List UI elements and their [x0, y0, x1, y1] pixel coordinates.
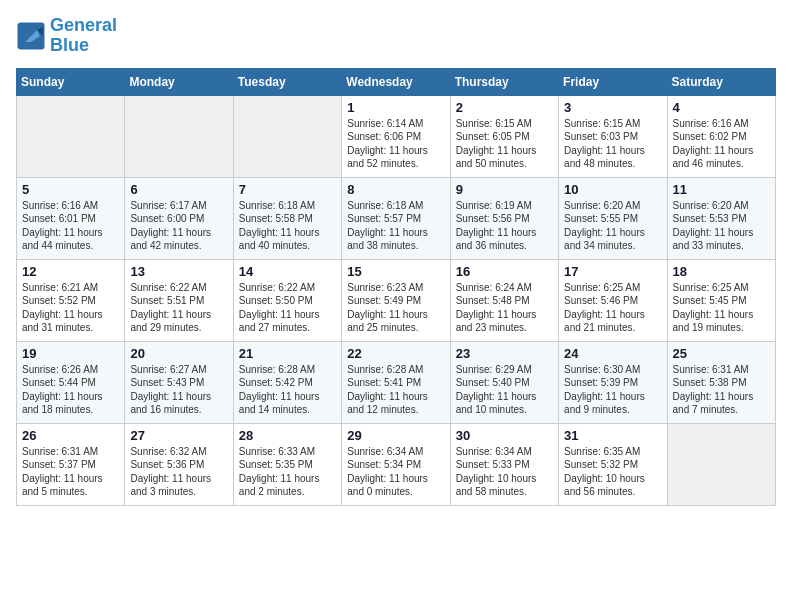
day-number: 3: [564, 100, 661, 115]
calendar-cell: 12Sunrise: 6:21 AM Sunset: 5:52 PM Dayli…: [17, 259, 125, 341]
calendar-cell: 19Sunrise: 6:26 AM Sunset: 5:44 PM Dayli…: [17, 341, 125, 423]
day-number: 12: [22, 264, 119, 279]
calendar-cell: 2Sunrise: 6:15 AM Sunset: 6:05 PM Daylig…: [450, 95, 558, 177]
day-info: Sunrise: 6:26 AM Sunset: 5:44 PM Dayligh…: [22, 363, 119, 417]
calendar-table: SundayMondayTuesdayWednesdayThursdayFrid…: [16, 68, 776, 506]
calendar-cell: [17, 95, 125, 177]
calendar-cell: 4Sunrise: 6:16 AM Sunset: 6:02 PM Daylig…: [667, 95, 775, 177]
weekday-header: Monday: [125, 68, 233, 95]
weekday-header: Thursday: [450, 68, 558, 95]
calendar-cell: 6Sunrise: 6:17 AM Sunset: 6:00 PM Daylig…: [125, 177, 233, 259]
day-number: 5: [22, 182, 119, 197]
day-info: Sunrise: 6:20 AM Sunset: 5:53 PM Dayligh…: [673, 199, 770, 253]
day-info: Sunrise: 6:14 AM Sunset: 6:06 PM Dayligh…: [347, 117, 444, 171]
day-info: Sunrise: 6:17 AM Sunset: 6:00 PM Dayligh…: [130, 199, 227, 253]
weekday-header: Saturday: [667, 68, 775, 95]
day-info: Sunrise: 6:15 AM Sunset: 6:03 PM Dayligh…: [564, 117, 661, 171]
calendar-cell: 31Sunrise: 6:35 AM Sunset: 5:32 PM Dayli…: [559, 423, 667, 505]
day-number: 15: [347, 264, 444, 279]
logo-icon: [16, 21, 46, 51]
calendar-cell: 30Sunrise: 6:34 AM Sunset: 5:33 PM Dayli…: [450, 423, 558, 505]
calendar-cell: [233, 95, 341, 177]
day-number: 22: [347, 346, 444, 361]
day-info: Sunrise: 6:22 AM Sunset: 5:50 PM Dayligh…: [239, 281, 336, 335]
day-info: Sunrise: 6:27 AM Sunset: 5:43 PM Dayligh…: [130, 363, 227, 417]
day-number: 14: [239, 264, 336, 279]
calendar-cell: [667, 423, 775, 505]
day-info: Sunrise: 6:33 AM Sunset: 5:35 PM Dayligh…: [239, 445, 336, 499]
day-info: Sunrise: 6:25 AM Sunset: 5:45 PM Dayligh…: [673, 281, 770, 335]
day-info: Sunrise: 6:35 AM Sunset: 5:32 PM Dayligh…: [564, 445, 661, 499]
day-number: 8: [347, 182, 444, 197]
day-number: 9: [456, 182, 553, 197]
weekday-header: Sunday: [17, 68, 125, 95]
day-info: Sunrise: 6:28 AM Sunset: 5:42 PM Dayligh…: [239, 363, 336, 417]
day-number: 28: [239, 428, 336, 443]
calendar-cell: 26Sunrise: 6:31 AM Sunset: 5:37 PM Dayli…: [17, 423, 125, 505]
day-number: 30: [456, 428, 553, 443]
day-number: 1: [347, 100, 444, 115]
day-info: Sunrise: 6:31 AM Sunset: 5:37 PM Dayligh…: [22, 445, 119, 499]
calendar-cell: 15Sunrise: 6:23 AM Sunset: 5:49 PM Dayli…: [342, 259, 450, 341]
day-info: Sunrise: 6:16 AM Sunset: 6:02 PM Dayligh…: [673, 117, 770, 171]
calendar-cell: 28Sunrise: 6:33 AM Sunset: 5:35 PM Dayli…: [233, 423, 341, 505]
day-number: 6: [130, 182, 227, 197]
day-info: Sunrise: 6:28 AM Sunset: 5:41 PM Dayligh…: [347, 363, 444, 417]
day-number: 27: [130, 428, 227, 443]
calendar-cell: 7Sunrise: 6:18 AM Sunset: 5:58 PM Daylig…: [233, 177, 341, 259]
calendar-cell: 17Sunrise: 6:25 AM Sunset: 5:46 PM Dayli…: [559, 259, 667, 341]
calendar-cell: 8Sunrise: 6:18 AM Sunset: 5:57 PM Daylig…: [342, 177, 450, 259]
calendar-cell: 10Sunrise: 6:20 AM Sunset: 5:55 PM Dayli…: [559, 177, 667, 259]
day-info: Sunrise: 6:29 AM Sunset: 5:40 PM Dayligh…: [456, 363, 553, 417]
day-number: 16: [456, 264, 553, 279]
calendar-cell: 20Sunrise: 6:27 AM Sunset: 5:43 PM Dayli…: [125, 341, 233, 423]
day-number: 31: [564, 428, 661, 443]
weekday-header: Tuesday: [233, 68, 341, 95]
day-number: 4: [673, 100, 770, 115]
day-info: Sunrise: 6:22 AM Sunset: 5:51 PM Dayligh…: [130, 281, 227, 335]
calendar-cell: 24Sunrise: 6:30 AM Sunset: 5:39 PM Dayli…: [559, 341, 667, 423]
day-info: Sunrise: 6:31 AM Sunset: 5:38 PM Dayligh…: [673, 363, 770, 417]
day-number: 29: [347, 428, 444, 443]
calendar-cell: 25Sunrise: 6:31 AM Sunset: 5:38 PM Dayli…: [667, 341, 775, 423]
day-number: 24: [564, 346, 661, 361]
weekday-header: Friday: [559, 68, 667, 95]
calendar-cell: 21Sunrise: 6:28 AM Sunset: 5:42 PM Dayli…: [233, 341, 341, 423]
day-info: Sunrise: 6:16 AM Sunset: 6:01 PM Dayligh…: [22, 199, 119, 253]
logo: General Blue: [16, 16, 117, 56]
day-number: 19: [22, 346, 119, 361]
day-info: Sunrise: 6:25 AM Sunset: 5:46 PM Dayligh…: [564, 281, 661, 335]
day-info: Sunrise: 6:15 AM Sunset: 6:05 PM Dayligh…: [456, 117, 553, 171]
calendar-cell: 9Sunrise: 6:19 AM Sunset: 5:56 PM Daylig…: [450, 177, 558, 259]
day-info: Sunrise: 6:34 AM Sunset: 5:33 PM Dayligh…: [456, 445, 553, 499]
calendar-cell: [125, 95, 233, 177]
day-number: 10: [564, 182, 661, 197]
day-info: Sunrise: 6:18 AM Sunset: 5:57 PM Dayligh…: [347, 199, 444, 253]
calendar-cell: 23Sunrise: 6:29 AM Sunset: 5:40 PM Dayli…: [450, 341, 558, 423]
day-number: 13: [130, 264, 227, 279]
day-number: 17: [564, 264, 661, 279]
day-number: 26: [22, 428, 119, 443]
day-number: 18: [673, 264, 770, 279]
calendar-cell: 16Sunrise: 6:24 AM Sunset: 5:48 PM Dayli…: [450, 259, 558, 341]
day-info: Sunrise: 6:34 AM Sunset: 5:34 PM Dayligh…: [347, 445, 444, 499]
day-number: 21: [239, 346, 336, 361]
calendar-cell: 3Sunrise: 6:15 AM Sunset: 6:03 PM Daylig…: [559, 95, 667, 177]
day-info: Sunrise: 6:24 AM Sunset: 5:48 PM Dayligh…: [456, 281, 553, 335]
day-info: Sunrise: 6:21 AM Sunset: 5:52 PM Dayligh…: [22, 281, 119, 335]
calendar-cell: 18Sunrise: 6:25 AM Sunset: 5:45 PM Dayli…: [667, 259, 775, 341]
calendar-cell: 1Sunrise: 6:14 AM Sunset: 6:06 PM Daylig…: [342, 95, 450, 177]
day-info: Sunrise: 6:20 AM Sunset: 5:55 PM Dayligh…: [564, 199, 661, 253]
calendar-cell: 27Sunrise: 6:32 AM Sunset: 5:36 PM Dayli…: [125, 423, 233, 505]
day-info: Sunrise: 6:19 AM Sunset: 5:56 PM Dayligh…: [456, 199, 553, 253]
day-number: 25: [673, 346, 770, 361]
day-info: Sunrise: 6:30 AM Sunset: 5:39 PM Dayligh…: [564, 363, 661, 417]
day-number: 20: [130, 346, 227, 361]
calendar-cell: 13Sunrise: 6:22 AM Sunset: 5:51 PM Dayli…: [125, 259, 233, 341]
calendar-cell: 5Sunrise: 6:16 AM Sunset: 6:01 PM Daylig…: [17, 177, 125, 259]
calendar-cell: 22Sunrise: 6:28 AM Sunset: 5:41 PM Dayli…: [342, 341, 450, 423]
day-info: Sunrise: 6:32 AM Sunset: 5:36 PM Dayligh…: [130, 445, 227, 499]
calendar-cell: 29Sunrise: 6:34 AM Sunset: 5:34 PM Dayli…: [342, 423, 450, 505]
day-number: 2: [456, 100, 553, 115]
day-number: 23: [456, 346, 553, 361]
